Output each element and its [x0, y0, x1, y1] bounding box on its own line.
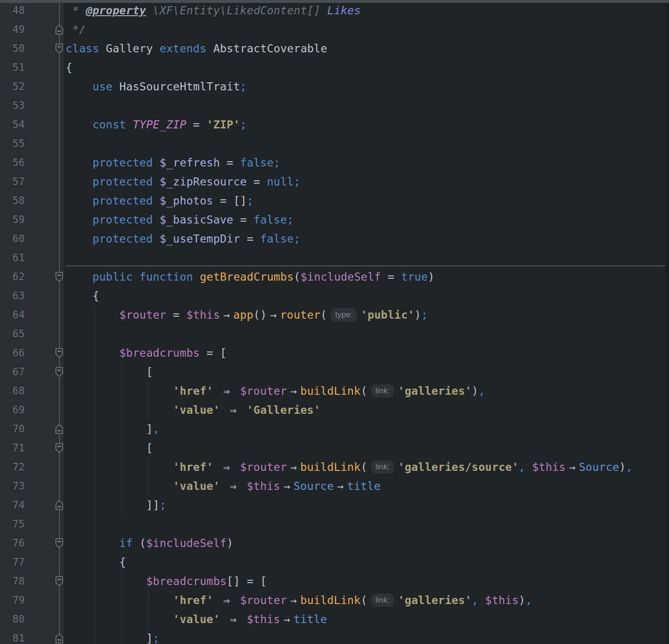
code-text[interactable]: protected $_refresh = false;	[66, 153, 280, 172]
code-text[interactable]: {	[66, 286, 99, 305]
code-line[interactable]: 66 $breadcrumbs = [	[0, 343, 669, 362]
inlay-hint[interactable]: link:	[371, 384, 394, 398]
line-number[interactable]: 60	[0, 229, 25, 248]
fold-end-icon[interactable]	[55, 424, 63, 434]
code-text[interactable]: protected $_zipResource = null;	[66, 172, 300, 191]
code-line[interactable]: 69 'value' ⇒ 'Galleries'	[0, 400, 669, 420]
code-text[interactable]: protected $_photos = [];	[66, 191, 254, 210]
code-text[interactable]: ];	[66, 629, 159, 644]
line-number[interactable]: 54	[0, 115, 25, 134]
code-line[interactable]: 55	[0, 134, 669, 153]
inlay-hint[interactable]: link:	[371, 460, 394, 474]
code-text[interactable]: const TYPE_ZIP = 'ZIP';	[66, 115, 247, 134]
code-text[interactable]: [	[66, 439, 153, 458]
code-line[interactable]: 67 [	[0, 362, 669, 381]
code-line[interactable]: 62 public function getBreadCrumbs($inclu…	[0, 267, 669, 286]
fold-collapse-icon[interactable]	[55, 348, 63, 358]
code-line[interactable]: 53	[0, 96, 669, 115]
line-number[interactable]: 56	[0, 153, 25, 172]
code-line[interactable]: 49 */	[0, 20, 669, 39]
fold-end-icon[interactable]	[55, 633, 63, 644]
code-text[interactable]: if ($includeSelf)	[66, 534, 233, 553]
code-line[interactable]: 56 protected $_refresh = false;	[0, 153, 669, 172]
line-number[interactable]: 51	[0, 58, 25, 77]
fold-collapse-icon[interactable]	[55, 367, 63, 377]
code-line[interactable]: 78 $breadcrumbs[] = [	[0, 572, 669, 591]
line-number[interactable]: 81	[0, 629, 25, 644]
code-line[interactable]: 65	[0, 324, 669, 343]
line-number[interactable]: 80	[0, 610, 25, 629]
line-number[interactable]: 69	[0, 400, 25, 420]
line-number[interactable]: 53	[0, 96, 25, 115]
code-text[interactable]: ]];	[66, 496, 166, 515]
code-text[interactable]: {	[66, 58, 72, 77]
line-number[interactable]: 73	[0, 477, 25, 496]
code-text[interactable]: * @property \XF\Entity\LikedContent[] Li…	[66, 1, 361, 20]
code-text[interactable]: */	[66, 20, 86, 39]
code-text[interactable]: $breadcrumbs[] = [	[66, 572, 267, 591]
line-number[interactable]: 72	[0, 458, 25, 477]
code-line[interactable]: 60 protected $_useTempDir = false;	[0, 229, 669, 248]
code-line[interactable]: 81 ];	[0, 629, 669, 644]
code-line[interactable]: 51{	[0, 58, 669, 77]
code-line[interactable]: 58 protected $_photos = [];	[0, 191, 669, 210]
line-number[interactable]: 76	[0, 534, 25, 553]
line-number[interactable]: 71	[0, 439, 25, 458]
code-line[interactable]: 61	[0, 248, 669, 267]
line-number[interactable]: 50	[0, 39, 25, 58]
line-number[interactable]: 52	[0, 77, 25, 96]
line-number[interactable]: 55	[0, 134, 25, 153]
code-line[interactable]: 59 protected $_basicSave = false;	[0, 210, 669, 229]
code-text[interactable]: 'value' ⇒ 'Galleries'	[66, 400, 321, 420]
line-number[interactable]: 49	[0, 20, 25, 39]
fold-collapse-icon[interactable]	[55, 272, 63, 282]
line-number[interactable]: 75	[0, 515, 25, 534]
line-number[interactable]: 48	[0, 1, 25, 20]
code-text[interactable]: class Gallery extends AbstractCoverable	[66, 39, 327, 58]
code-text[interactable]: 'value' ⇒ $this→Source→title	[66, 477, 381, 496]
code-line[interactable]: 63 {	[0, 286, 669, 305]
code-line[interactable]: 79 'href' ⇒ $router→buildLink(link:'gall…	[0, 591, 669, 610]
code-line[interactable]: 48 * @property \XF\Entity\LikedContent[]…	[0, 1, 669, 20]
line-number[interactable]: 63	[0, 286, 25, 305]
code-text[interactable]: 'href' ⇒ $router→buildLink(link:'galleri…	[66, 458, 633, 477]
line-number[interactable]: 66	[0, 343, 25, 362]
code-text[interactable]: protected $_basicSave = false;	[66, 210, 294, 229]
code-text[interactable]: 'href' ⇒ $router→buildLink(link:'galleri…	[66, 381, 485, 400]
code-text[interactable]: protected $_useTempDir = false;	[66, 229, 300, 248]
code-line[interactable]: 76 if ($includeSelf)	[0, 534, 669, 553]
line-number[interactable]: 62	[0, 267, 25, 286]
inlay-hint[interactable]: link:	[371, 594, 394, 607]
code-line[interactable]: 57 protected $_zipResource = null;	[0, 172, 669, 191]
code-line[interactable]: 80 'value' ⇒ $this→title	[0, 610, 669, 629]
code-line[interactable]: 54 const TYPE_ZIP = 'ZIP';	[0, 115, 669, 134]
code-text[interactable]: ],	[66, 420, 159, 439]
line-number[interactable]: 68	[0, 381, 25, 400]
code-line[interactable]: 70 ],	[0, 420, 669, 439]
code-line[interactable]: 74 ]];	[0, 496, 669, 515]
code-text[interactable]: 'value' ⇒ $this→title	[66, 610, 327, 629]
code-line[interactable]: 68 'href' ⇒ $router→buildLink(link:'gall…	[0, 381, 669, 400]
line-number[interactable]: 64	[0, 305, 25, 324]
line-number[interactable]: 65	[0, 324, 25, 343]
fold-end-icon[interactable]	[55, 500, 63, 510]
code-line[interactable]: 71 [	[0, 439, 669, 458]
code-text[interactable]: 'href' ⇒ $router→buildLink(link:'galleri…	[66, 591, 532, 610]
line-number[interactable]: 74	[0, 496, 25, 515]
code-text[interactable]: $breadcrumbs = [	[66, 343, 226, 362]
line-number[interactable]: 67	[0, 362, 25, 381]
line-number[interactable]: 78	[0, 572, 25, 591]
fold-collapse-icon[interactable]	[55, 538, 63, 548]
line-number[interactable]: 70	[0, 420, 25, 439]
code-text[interactable]: [	[66, 362, 153, 381]
scrollbar-track[interactable]	[665, 3, 669, 644]
fold-collapse-icon[interactable]	[55, 443, 63, 453]
line-number[interactable]: 79	[0, 591, 25, 610]
fold-collapse-icon[interactable]	[55, 576, 63, 586]
code-line[interactable]: 73 'value' ⇒ $this→Source→title	[0, 477, 669, 496]
line-number[interactable]: 57	[0, 172, 25, 191]
fold-end-icon[interactable]	[55, 24, 63, 35]
code-line[interactable]: 77 {	[0, 553, 669, 572]
inlay-hint[interactable]: type:	[331, 308, 357, 322]
fold-collapse-icon[interactable]	[55, 43, 63, 54]
